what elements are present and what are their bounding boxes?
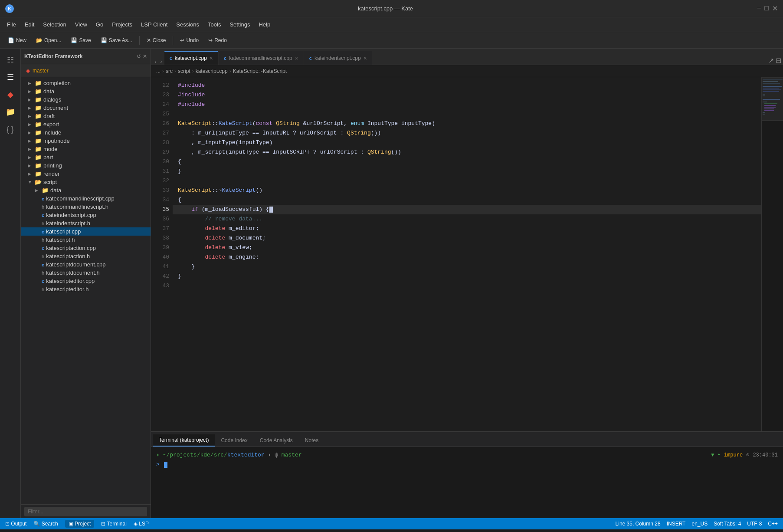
bottom-tab-code-analysis[interactable]: Code Analysis: [254, 434, 299, 447]
status-output[interactable]: ⊡ Output: [5, 521, 26, 527]
status-project[interactable]: ▣ Project: [65, 520, 95, 528]
tree-item[interactable]: ▶📁inputmode: [21, 137, 151, 145]
tree-item[interactable]: ▶📁part: [21, 153, 151, 161]
tree-item[interactable]: ▶📁dialogs: [21, 95, 151, 104]
tab-cpp-icon: c: [170, 56, 172, 61]
tree-item[interactable]: ▶📁data: [21, 186, 151, 194]
tree-item[interactable]: ▶📁data: [21, 87, 151, 95]
tree-item-label: document: [43, 105, 68, 111]
tree-item[interactable]: hkatescriptaction.h: [21, 252, 151, 260]
tree-item[interactable]: ▶📁mode: [21, 145, 151, 153]
breadcrumb-script[interactable]: script: [178, 68, 190, 74]
tree-item[interactable]: hkateindentscript.h: [21, 219, 151, 227]
term-cursor-block: [164, 462, 167, 468]
tree-item[interactable]: ckateindentscript.cpp: [21, 211, 151, 219]
panel-close-icon[interactable]: ✕: [143, 53, 147, 59]
tree-item[interactable]: hkatescript.h: [21, 236, 151, 244]
menu-selection[interactable]: Selection: [39, 20, 69, 30]
tree-item-label: data: [50, 187, 61, 194]
tab-nav-forward[interactable]: ›: [158, 58, 164, 65]
minimize-button[interactable]: −: [757, 4, 761, 13]
breadcrumb: ... › src › script › katescript.cpp › Ka…: [151, 65, 783, 77]
panel-reload-icon[interactable]: ↺: [137, 53, 141, 59]
breadcrumb-dots[interactable]: ...: [156, 68, 161, 74]
tree-item[interactable]: ▶📁render: [21, 170, 151, 178]
toolbar-save-button[interactable]: 💾 Save: [66, 36, 95, 45]
toolbar-undo-button[interactable]: ↩ Undo: [176, 36, 203, 45]
tree-item[interactable]: ckatescriptaction.cpp: [21, 244, 151, 252]
app-icon: K: [5, 4, 14, 13]
toolbar-new-button[interactable]: 📄 New: [3, 36, 31, 45]
menu-settings[interactable]: Settings: [226, 20, 253, 30]
menu-view[interactable]: View: [72, 20, 91, 30]
tree-item[interactable]: ▶📁include: [21, 128, 151, 137]
filter-input[interactable]: [24, 507, 147, 516]
tab-kateindentscript[interactable]: c kateindentscript.cpp ×: [304, 51, 372, 65]
status-mode[interactable]: INSERT: [667, 521, 686, 527]
tree-item[interactable]: ▼📂script: [21, 178, 151, 186]
toolbar-save-as-button[interactable]: 💾 Save As...: [96, 36, 137, 45]
term-impure-label: impure: [724, 450, 743, 460]
tree-item[interactable]: ▶📁draft: [21, 112, 151, 120]
tree-item[interactable]: ckatescript.cpp: [21, 227, 151, 236]
bottom-tab-terminal[interactable]: Terminal (kateproject): [153, 434, 215, 447]
title-bar: K katescript.cpp — Kate − □ ✕: [0, 0, 783, 17]
status-encoding[interactable]: UTF-8: [747, 521, 762, 527]
toolbar-close-button[interactable]: ✕ Close: [142, 36, 170, 45]
tree-item[interactable]: hkatecommandlinescript.h: [21, 203, 151, 211]
toolbar-open-button[interactable]: 📂 Open...: [32, 36, 66, 45]
close-button[interactable]: ✕: [772, 4, 778, 13]
menu-sessions[interactable]: Sessions: [173, 20, 203, 30]
terminal-content[interactable]: ✦ ~/projects/kde/src/ktexteditor ✦ ψ mas…: [151, 447, 783, 518]
menu-lsp-client[interactable]: LSP Client: [138, 20, 171, 30]
tab-close-kateindent[interactable]: ×: [364, 55, 367, 62]
tab-close-katecommand[interactable]: ×: [295, 55, 298, 62]
menu-go[interactable]: Go: [92, 20, 107, 30]
tab-close-katescript[interactable]: ×: [210, 55, 213, 62]
activity-folder-icon[interactable]: 📁: [3, 104, 18, 120]
status-language[interactable]: C++: [768, 521, 778, 527]
status-tabs[interactable]: Soft Tabs: 4: [714, 521, 741, 527]
tab-expand-icon[interactable]: ↗: [768, 56, 774, 65]
tree-item-label: inputmode: [43, 138, 70, 144]
tree-item[interactable]: ▶📁export: [21, 120, 151, 128]
menu-projects[interactable]: Projects: [108, 20, 136, 30]
status-locale[interactable]: en_US: [691, 521, 708, 527]
tab-split-icon[interactable]: ⊟: [776, 56, 781, 65]
bottom-tab-code-index[interactable]: Code Index: [215, 434, 253, 447]
breadcrumb-src[interactable]: src: [166, 68, 173, 74]
tab-nav-back[interactable]: ‹: [153, 58, 158, 65]
tree-item[interactable]: hkatescripteditor.h: [21, 285, 151, 293]
status-lsp[interactable]: ◈ LSP: [134, 521, 149, 527]
menu-file[interactable]: File: [3, 20, 20, 30]
toolbar-redo-button[interactable]: ↪ Redo: [204, 36, 231, 45]
tree-item[interactable]: ▶📁printing: [21, 161, 151, 170]
status-search[interactable]: 🔍 Search: [33, 521, 58, 527]
menu-edit[interactable]: Edit: [21, 20, 38, 30]
breadcrumb-file[interactable]: katescript.cpp: [196, 68, 228, 74]
maximize-button[interactable]: □: [764, 4, 769, 13]
breadcrumb-symbol[interactable]: KateScript::~KateScript: [233, 68, 287, 74]
app-icon-letter: K: [8, 6, 11, 11]
tree-item[interactable]: hkatescriptdocument.h: [21, 269, 151, 277]
tree-item[interactable]: ckatescripteditor.cpp: [21, 277, 151, 285]
activity-documents-icon[interactable]: ☷: [3, 52, 18, 68]
tree-item[interactable]: ▶📁document: [21, 104, 151, 112]
activity-symbols-icon[interactable]: { }: [3, 122, 18, 137]
status-terminal[interactable]: ⊟ Terminal: [101, 521, 126, 527]
tree-item[interactable]: ckatescriptdocument.cpp: [21, 260, 151, 269]
tree-item-label: export: [43, 121, 59, 128]
menu-help[interactable]: Help: [255, 20, 274, 30]
activity-git-icon[interactable]: ◆: [3, 87, 18, 102]
menu-tools[interactable]: Tools: [204, 20, 224, 30]
tree-item[interactable]: ▶📁completion: [21, 79, 151, 87]
terminal-cursor-line: >: [156, 460, 778, 470]
activity-filetree-icon[interactable]: ☰: [3, 69, 18, 85]
tab-katecommandlinescript[interactable]: c katecommandlinescript.cpp ×: [219, 51, 304, 65]
tab-katescript-cpp[interactable]: c katescript.cpp ×: [164, 51, 218, 65]
bottom-tab-notes[interactable]: Notes: [299, 434, 324, 447]
term-git-marker: ✦ ψ: [268, 452, 282, 458]
tree-item[interactable]: ckatecommandlinescript.cpp: [21, 194, 151, 203]
status-line-col[interactable]: Line 35, Column 28: [616, 521, 661, 527]
code-content[interactable]: #include #include #include KateScript::K…: [173, 77, 761, 431]
